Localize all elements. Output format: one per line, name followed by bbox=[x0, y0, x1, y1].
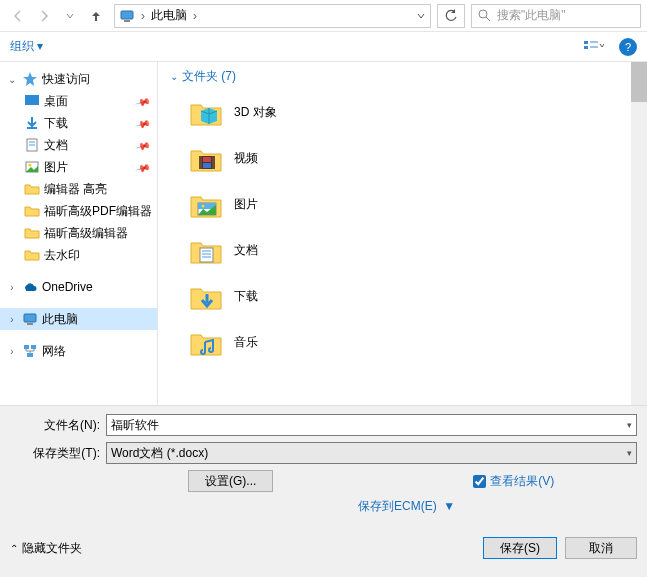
hide-folders-toggle[interactable]: ⌃隐藏文件夹 bbox=[10, 540, 82, 557]
tree-network[interactable]: ›网络 bbox=[0, 340, 157, 362]
svg-rect-23 bbox=[203, 157, 211, 162]
folder-icon bbox=[24, 203, 40, 219]
thispc-icon bbox=[119, 8, 135, 24]
chevron-down-icon[interactable]: ▾ bbox=[627, 420, 632, 430]
tree-onedrive[interactable]: ›OneDrive bbox=[0, 276, 157, 298]
folder-pictures[interactable]: 图片 bbox=[170, 183, 635, 225]
navigation-tree: ⌄ 快速访问 桌面📌 下载📌 文档📌 图片📌 编辑器 高亮 福昕高级PDF编辑器… bbox=[0, 62, 158, 405]
refresh-button[interactable] bbox=[437, 4, 465, 28]
folder-3d-objects[interactable]: 3D 对象 bbox=[170, 91, 635, 133]
command-bar: 组织 ▾ ? bbox=[0, 32, 647, 62]
svg-rect-17 bbox=[24, 345, 29, 349]
chevron-down-icon[interactable] bbox=[416, 11, 426, 21]
svg-rect-8 bbox=[25, 95, 39, 105]
view-result-checkbox[interactable]: 查看结果(V) bbox=[473, 473, 554, 490]
documents-icon bbox=[24, 137, 40, 153]
cancel-button[interactable]: 取消 bbox=[565, 537, 637, 559]
star-icon bbox=[22, 71, 38, 87]
svg-line-3 bbox=[486, 17, 490, 21]
folder-documents-icon bbox=[189, 233, 223, 267]
folder-downloads[interactable]: 下载 bbox=[170, 275, 635, 317]
save-button[interactable]: 保存(S) bbox=[483, 537, 557, 559]
pin-icon: 📌 bbox=[135, 137, 151, 153]
filename-label: 文件名(N): bbox=[10, 417, 106, 434]
svg-point-27 bbox=[202, 205, 205, 208]
folder-icon bbox=[24, 181, 40, 197]
svg-rect-15 bbox=[24, 314, 36, 322]
tree-item-folder[interactable]: 福昕高级PDF编辑器 bbox=[0, 200, 157, 222]
svg-rect-28 bbox=[200, 248, 213, 262]
svg-rect-4 bbox=[584, 41, 588, 44]
content-scrollbar[interactable] bbox=[631, 62, 647, 405]
search-icon bbox=[478, 9, 491, 22]
folder-icon bbox=[24, 225, 40, 241]
tree-item-downloads[interactable]: 下载📌 bbox=[0, 112, 157, 134]
svg-rect-22 bbox=[212, 156, 215, 169]
breadcrumb-thispc[interactable]: 此电脑 bbox=[151, 7, 187, 24]
svg-rect-16 bbox=[27, 323, 33, 325]
folder-videos[interactable]: 视频 bbox=[170, 137, 635, 179]
filename-input[interactable]: 福昕软件▾ bbox=[106, 414, 637, 436]
back-button[interactable] bbox=[6, 4, 30, 28]
folder-downloads-icon bbox=[189, 279, 223, 313]
folder-pictures-icon bbox=[189, 187, 223, 221]
help-button[interactable]: ? bbox=[619, 38, 637, 56]
recent-dropdown[interactable] bbox=[58, 4, 82, 28]
cloud-icon bbox=[22, 279, 38, 295]
svg-rect-21 bbox=[199, 156, 202, 169]
folder-3d-icon bbox=[189, 95, 223, 129]
folder-icon bbox=[24, 247, 40, 263]
svg-rect-1 bbox=[124, 20, 130, 22]
tree-item-folder[interactable]: 福昕高级编辑器 bbox=[0, 222, 157, 244]
tree-quick-access[interactable]: ⌄ 快速访问 bbox=[0, 68, 157, 90]
svg-point-2 bbox=[479, 10, 487, 18]
folder-music[interactable]: 音乐 bbox=[170, 321, 635, 363]
network-icon bbox=[22, 343, 38, 359]
filetype-select[interactable]: Word文档 (*.docx)▾ bbox=[106, 442, 637, 464]
pictures-icon bbox=[24, 159, 40, 175]
search-placeholder: 搜索"此电脑" bbox=[497, 7, 566, 24]
save-panel: 文件名(N): 福昕软件▾ 保存类型(T): Word文档 (*.docx)▾ … bbox=[0, 405, 647, 577]
folder-documents[interactable]: 文档 bbox=[170, 229, 635, 271]
forward-button[interactable] bbox=[32, 4, 56, 28]
tree-item-folder[interactable]: 编辑器 高亮 bbox=[0, 178, 157, 200]
filetype-label: 保存类型(T): bbox=[10, 445, 106, 462]
search-box[interactable]: 搜索"此电脑" bbox=[471, 4, 641, 28]
organize-menu[interactable]: 组织 ▾ bbox=[10, 38, 43, 55]
address-bar[interactable]: › 此电脑 › bbox=[114, 4, 431, 28]
desktop-icon bbox=[24, 93, 40, 109]
svg-point-14 bbox=[29, 164, 32, 167]
pin-icon: 📌 bbox=[135, 93, 151, 109]
svg-rect-0 bbox=[121, 11, 133, 19]
tree-item-pictures[interactable]: 图片📌 bbox=[0, 156, 157, 178]
save-ecm-dropdown[interactable]: 保存到ECM(E) ▼ bbox=[358, 498, 455, 515]
tree-item-desktop[interactable]: 桌面📌 bbox=[0, 90, 157, 112]
content-pane: ⌄ 文件夹 (7) 3D 对象 视频 图片 文档 下载 音乐 bbox=[158, 62, 647, 405]
thispc-icon bbox=[22, 311, 38, 327]
tree-item-documents[interactable]: 文档📌 bbox=[0, 134, 157, 156]
tree-thispc[interactable]: ›此电脑 bbox=[0, 308, 157, 330]
svg-rect-19 bbox=[27, 353, 33, 357]
downloads-icon bbox=[24, 115, 40, 131]
pin-icon: 📌 bbox=[135, 159, 151, 175]
folder-music-icon bbox=[189, 325, 223, 359]
nav-toolbar: › 此电脑 › 搜索"此电脑" bbox=[0, 0, 647, 32]
view-options-button[interactable] bbox=[577, 36, 611, 58]
svg-rect-24 bbox=[203, 163, 211, 168]
group-header-folders[interactable]: ⌄ 文件夹 (7) bbox=[170, 68, 635, 85]
up-button[interactable] bbox=[84, 4, 108, 28]
pin-icon: 📌 bbox=[135, 115, 151, 131]
svg-rect-5 bbox=[584, 46, 588, 49]
svg-rect-18 bbox=[31, 345, 36, 349]
folder-video-icon bbox=[189, 141, 223, 175]
chevron-down-icon[interactable]: ▾ bbox=[627, 448, 632, 458]
tree-item-folder[interactable]: 去水印 bbox=[0, 244, 157, 266]
explorer-body: ⌄ 快速访问 桌面📌 下载📌 文档📌 图片📌 编辑器 高亮 福昕高级PDF编辑器… bbox=[0, 62, 647, 405]
settings-button[interactable]: 设置(G)... bbox=[188, 470, 273, 492]
